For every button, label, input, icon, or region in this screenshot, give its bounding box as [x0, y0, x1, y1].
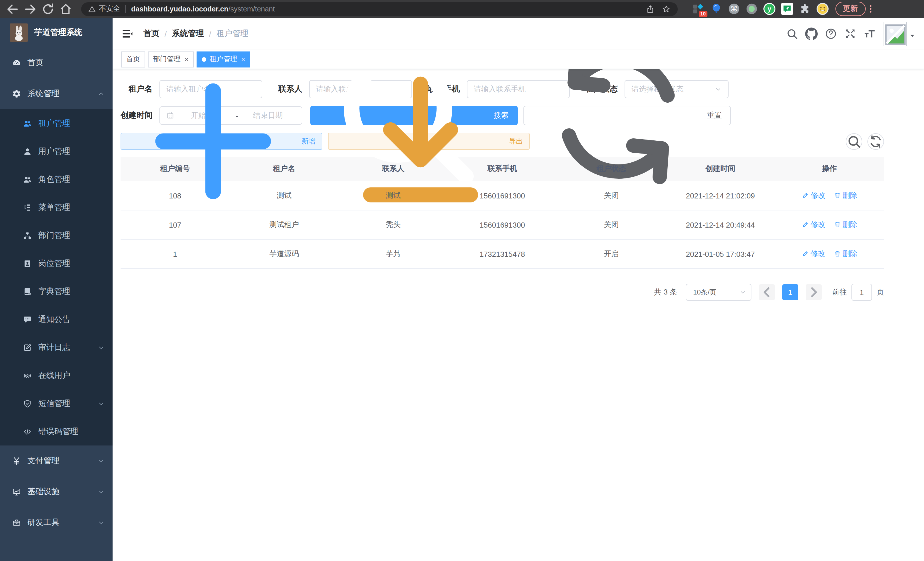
fullscreen-icon[interactable]	[844, 27, 856, 40]
sidebar-item-系统管理[interactable]: 系统管理	[0, 78, 112, 109]
cell-id: 1	[121, 239, 230, 268]
breadcrumb-current: 租户管理	[217, 29, 249, 39]
add-button[interactable]: 新增	[121, 133, 322, 150]
cell-actions: 修改删除	[775, 239, 884, 268]
extension-yudao-icon[interactable]: y	[764, 3, 776, 15]
tab-租户管理[interactable]: 租户管理×	[196, 51, 250, 67]
sidebar-item-岗位管理[interactable]: 岗位管理	[0, 249, 112, 277]
sidebar-collapse-icon[interactable]	[121, 27, 134, 40]
sidebar-item-审计日志[interactable]: 审计日志	[0, 333, 112, 361]
warning-icon	[88, 5, 96, 13]
sidebar-item-label: 部门管理	[38, 230, 105, 241]
roles-icon	[23, 175, 32, 184]
security-label: 不安全	[99, 4, 120, 14]
export-button[interactable]: 导出	[328, 133, 530, 150]
tab-close-icon[interactable]: ×	[184, 56, 189, 63]
delete-link[interactable]: 删除	[833, 249, 857, 259]
url-host: dashboard.yudao.iocoder.cn	[131, 5, 228, 13]
sidebar-item-字典管理[interactable]: 字典管理	[0, 277, 112, 305]
sidebar: 芋道管理系统 首页系统管理租户管理用户管理角色管理菜单管理部门管理岗位管理字典管…	[0, 18, 112, 561]
sidebar-item-部门管理[interactable]: 部门管理	[0, 221, 112, 249]
tab-label: 首页	[126, 54, 140, 64]
sidebar-item-租户管理[interactable]: 租户管理	[0, 109, 112, 137]
sidebar-item-通知公告[interactable]: 通知公告	[0, 305, 112, 333]
browser-update-button[interactable]: 更新	[836, 2, 866, 16]
monitor-icon	[12, 487, 21, 496]
profile-avatar[interactable]	[817, 3, 829, 15]
current-page-button[interactable]: 1	[782, 284, 798, 300]
dashboard-icon	[12, 58, 21, 68]
edit-icon	[801, 221, 811, 229]
audit-log-icon	[23, 343, 32, 352]
next-page-button[interactable]	[806, 284, 822, 300]
address-bar[interactable]: 不安全 dashboard.yudao.iocoder.cn/system/te…	[81, 2, 678, 16]
goto-page-input[interactable]: 1	[851, 284, 872, 301]
tab-首页[interactable]: 首页	[121, 51, 145, 67]
refresh-icon	[532, 69, 707, 201]
yen-icon	[12, 456, 21, 465]
sidebar-item-label: 租户管理	[38, 118, 105, 128]
forward-button[interactable]	[23, 2, 37, 16]
url-path: /system/tenant	[228, 5, 275, 13]
share-icon[interactable]	[646, 4, 655, 14]
sidebar-item-短信管理[interactable]: 短信管理	[0, 390, 112, 417]
user-menu-caret-icon[interactable]	[909, 31, 915, 37]
delete-link[interactable]: 删除	[833, 220, 857, 230]
app-logo-row[interactable]: 芋道管理系统	[0, 18, 112, 47]
tab-部门管理[interactable]: 部门管理×	[148, 51, 194, 67]
github-icon[interactable]	[805, 27, 818, 40]
extension-balloon-icon[interactable]	[710, 3, 722, 15]
pagination: 共 3 条 10条/页 1 前往 1 页	[121, 284, 884, 301]
sidebar-item-label: 支付管理	[27, 456, 98, 466]
edit-icon	[801, 250, 811, 258]
breadcrumb-system[interactable]: 系统管理	[172, 29, 204, 39]
edit-link[interactable]: 修改	[801, 249, 825, 259]
toggle-search-button[interactable]	[846, 133, 862, 150]
sidebar-item-支付管理[interactable]: 支付管理	[0, 445, 112, 476]
search-icon[interactable]	[786, 27, 798, 40]
page-size-select[interactable]: 10条/页	[686, 284, 752, 301]
sidebar-item-错误码管理[interactable]: 错误码管理	[0, 417, 112, 445]
cell-contact: 芋艿	[339, 239, 448, 268]
user-icon	[23, 147, 32, 156]
edit-icon	[801, 192, 811, 199]
sidebar-item-基础设施[interactable]: 基础设施	[0, 476, 112, 507]
reload-button[interactable]	[41, 2, 55, 16]
home-button[interactable]	[59, 2, 73, 16]
extension-record-icon[interactable]	[746, 3, 758, 15]
trash-icon	[833, 192, 843, 199]
help-icon[interactable]	[825, 27, 837, 40]
app-logo	[10, 23, 28, 42]
sidebar-item-label: 菜单管理	[38, 202, 105, 212]
sidebar-item-首页[interactable]: 首页	[0, 47, 112, 78]
sidebar-item-在线用户[interactable]: 在线用户	[0, 361, 112, 390]
tag-tabs-bar: 首页部门管理×租户管理×	[112, 50, 924, 69]
refresh-table-button[interactable]	[867, 133, 884, 150]
edit-link[interactable]: 修改	[801, 220, 825, 230]
sidebar-item-用户管理[interactable]: 用户管理	[0, 137, 112, 165]
sidebar-item-label: 角色管理	[38, 174, 105, 184]
prev-page-button[interactable]	[759, 284, 775, 300]
reset-button[interactable]: 重置	[524, 106, 731, 125]
sidebar-item-label: 字典管理	[38, 286, 105, 296]
user-avatar[interactable]	[883, 21, 907, 46]
back-button[interactable]	[6, 2, 20, 16]
app-title: 芋道管理系统	[34, 27, 82, 38]
sidebar-item-研发工具[interactable]: 研发工具	[0, 507, 112, 538]
tab-label: 部门管理	[153, 54, 181, 64]
tab-close-icon[interactable]: ×	[241, 56, 245, 63]
font-size-icon[interactable]	[863, 27, 876, 40]
sidebar-item-label: 基础设施	[27, 487, 98, 497]
extensions-puzzle-icon[interactable]	[799, 3, 811, 15]
extension-tabs-icon[interactable]: 10	[693, 3, 705, 15]
edit-link[interactable]: 修改	[801, 190, 825, 201]
browser-menu-icon[interactable]	[870, 5, 872, 13]
extension-command-icon[interactable]: ⌘	[728, 3, 740, 15]
breadcrumb-home[interactable]: 首页	[143, 29, 159, 39]
bookmark-star-icon[interactable]	[662, 4, 671, 14]
sidebar-item-菜单管理[interactable]: 菜单管理	[0, 193, 112, 221]
delete-link[interactable]: 删除	[833, 190, 857, 201]
cell-actions: 修改删除	[775, 210, 884, 239]
extension-chat-icon[interactable]	[781, 3, 793, 15]
sidebar-item-角色管理[interactable]: 角色管理	[0, 165, 112, 193]
